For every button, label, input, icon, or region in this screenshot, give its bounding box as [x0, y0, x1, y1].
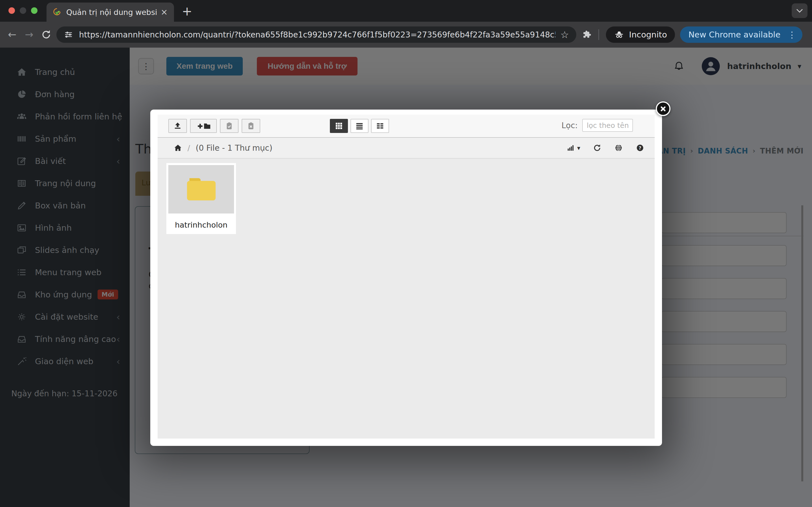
sort-button[interactable]: ▾	[567, 144, 580, 152]
site-favicon-icon	[53, 8, 61, 16]
url-bar[interactable]: https://tamannhiencholon.com/quantri/?to…	[56, 26, 576, 43]
grid-icon	[335, 122, 343, 130]
browser-toolbar: ← → https://tamannhiencholon.com/quantri…	[0, 22, 812, 48]
screen: Quản trị nội dung website × + ← → https:…	[0, 0, 812, 507]
back-button[interactable]: ←	[8, 30, 16, 40]
clipboard-x-icon	[246, 121, 255, 131]
chrome-update-label: New Chrome available	[689, 30, 780, 40]
paste-button[interactable]	[220, 119, 239, 133]
caret-down-icon: ▾	[577, 145, 580, 152]
clear-clipboard-button[interactable]	[242, 119, 260, 133]
help-circle-button[interactable]: ?	[636, 144, 645, 152]
close-window-button[interactable]	[8, 7, 15, 14]
file-manager-content: hatrinhcholon	[158, 159, 655, 439]
svg-text:?: ?	[639, 145, 641, 151]
reload-button[interactable]	[41, 29, 52, 40]
folder-thumbnail	[168, 165, 234, 214]
forward-button[interactable]: →	[25, 30, 33, 40]
browser-tab[interactable]: Quản trị nội dung website ×	[47, 3, 174, 22]
path-separator: /	[188, 144, 190, 152]
folder-item[interactable]: hatrinhcholon	[166, 163, 236, 234]
toolbar-divider	[598, 29, 599, 40]
browser-titlebar: Quản trị nội dung website × +	[0, 0, 812, 22]
globe-icon	[614, 144, 623, 152]
refresh-icon	[593, 144, 602, 152]
refresh-button[interactable]	[593, 144, 602, 152]
columns-icon	[376, 122, 384, 130]
modal-close-button[interactable]	[656, 101, 670, 116]
tab-close-icon[interactable]: ×	[161, 8, 168, 16]
grid-view-button[interactable]	[330, 119, 348, 133]
new-tab-button[interactable]: +	[182, 5, 192, 17]
fullscreen-window-button[interactable]	[31, 7, 38, 14]
bookmark-star-icon[interactable]: ☆	[560, 29, 569, 40]
chrome-menu-kebab-icon[interactable]: ⋮	[785, 30, 799, 40]
file-manager-breadcrumb: / (0 File - 1 Thư mục) ▾ ?	[158, 138, 655, 159]
file-manager-modal: Lọc: / (0 File - 1 Thư mục) ▾ ?	[150, 110, 662, 446]
file-manager-toolbar: Lọc:	[158, 115, 655, 138]
list-view-button[interactable]	[350, 119, 368, 133]
clipboard-check-icon	[225, 121, 234, 131]
incognito-icon	[614, 29, 624, 40]
columns-view-button[interactable]	[371, 119, 389, 133]
sort-bars-icon	[567, 144, 575, 152]
item-counter: (0 File - 1 Thư mục)	[196, 144, 272, 153]
upload-icon	[173, 121, 183, 131]
window-controls	[8, 7, 38, 14]
new-folder-button[interactable]	[190, 119, 217, 133]
tab-title: Quản trị nội dung website	[66, 8, 157, 17]
extensions-icon[interactable]	[582, 30, 592, 40]
home-icon[interactable]	[173, 144, 183, 152]
list-rows-icon	[355, 122, 364, 130]
incognito-badge: Incognito	[606, 26, 675, 43]
filter-input[interactable]	[582, 119, 633, 132]
url-text[interactable]: https://tamannhiencholon.com/quantri/?to…	[79, 30, 555, 40]
language-globe-button[interactable]	[614, 144, 623, 152]
question-icon: ?	[636, 144, 645, 152]
minimize-window-button[interactable]	[20, 7, 26, 14]
site-settings-icon[interactable]	[64, 30, 73, 40]
add-folder-icon	[196, 121, 211, 131]
upload-button[interactable]	[168, 119, 187, 133]
incognito-label: Incognito	[629, 30, 667, 40]
folder-name: hatrinhcholon	[166, 216, 236, 234]
filter-label: Lọc:	[561, 121, 578, 130]
folder-icon	[185, 176, 218, 203]
tab-search-chevron-icon[interactable]	[792, 3, 808, 18]
chrome-update-button[interactable]: New Chrome available ⋮	[680, 26, 802, 43]
